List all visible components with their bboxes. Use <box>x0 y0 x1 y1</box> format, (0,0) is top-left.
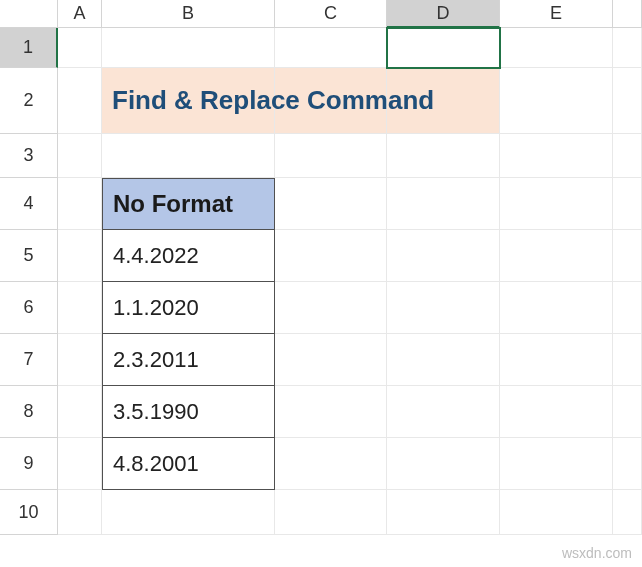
cell-D8[interactable] <box>387 386 500 438</box>
col-header-C[interactable]: C <box>275 0 387 28</box>
cell-A9[interactable] <box>58 438 102 490</box>
cell-A10[interactable] <box>58 490 102 535</box>
col-header-B[interactable]: B <box>102 0 275 28</box>
cell-D9[interactable] <box>387 438 500 490</box>
cell-A4[interactable] <box>58 178 102 230</box>
cell-C7[interactable] <box>275 334 387 386</box>
row-header-7[interactable]: 7 <box>0 334 58 386</box>
cell-A5[interactable] <box>58 230 102 282</box>
cell-B10[interactable] <box>102 490 275 535</box>
col-header-overflow <box>613 0 642 28</box>
cell-B9[interactable]: 4.8.2001 <box>102 438 275 490</box>
cell-D7[interactable] <box>387 334 500 386</box>
cell-A6[interactable] <box>58 282 102 334</box>
cell-E6[interactable] <box>500 282 613 334</box>
cell-E1[interactable] <box>500 28 613 68</box>
cell-overflow-5 <box>613 230 642 282</box>
cell-overflow-7 <box>613 334 642 386</box>
cell-B7[interactable]: 2.3.2011 <box>102 334 275 386</box>
cell-E5[interactable] <box>500 230 613 282</box>
cell-E7[interactable] <box>500 334 613 386</box>
cell-D3[interactable] <box>387 134 500 178</box>
cell-D5[interactable] <box>387 230 500 282</box>
cell-C9[interactable] <box>275 438 387 490</box>
cell-A2[interactable] <box>58 68 102 134</box>
cell-C6[interactable] <box>275 282 387 334</box>
cell-E2[interactable] <box>500 68 613 134</box>
cell-E8[interactable] <box>500 386 613 438</box>
cell-overflow-10 <box>613 490 642 535</box>
cell-B8[interactable]: 3.5.1990 <box>102 386 275 438</box>
cell-C3[interactable] <box>275 134 387 178</box>
cell-E9[interactable] <box>500 438 613 490</box>
row-header-5[interactable]: 5 <box>0 230 58 282</box>
table-header-cell[interactable]: No Format <box>102 178 275 230</box>
row-header-2[interactable]: 2 <box>0 68 58 134</box>
row-header-6[interactable]: 6 <box>0 282 58 334</box>
title-text: Find & Replace Command <box>112 85 434 116</box>
cell-overflow-1 <box>613 28 642 68</box>
select-all-corner[interactable] <box>0 0 58 28</box>
cell-E4[interactable] <box>500 178 613 230</box>
cell-A1[interactable] <box>58 28 102 68</box>
row-header-4[interactable]: 4 <box>0 178 58 230</box>
cell-A7[interactable] <box>58 334 102 386</box>
row-header-8[interactable]: 8 <box>0 386 58 438</box>
col-header-A[interactable]: A <box>58 0 102 28</box>
cell-C8[interactable] <box>275 386 387 438</box>
cell-D10[interactable] <box>387 490 500 535</box>
cell-B1[interactable] <box>102 28 275 68</box>
row-header-1[interactable]: 1 <box>0 28 58 68</box>
cell-E3[interactable] <box>500 134 613 178</box>
cell-A8[interactable] <box>58 386 102 438</box>
cell-E10[interactable] <box>500 490 613 535</box>
row-header-3[interactable]: 3 <box>0 134 58 178</box>
watermark: wsxdn.com <box>562 545 632 561</box>
cell-D1[interactable] <box>387 28 500 68</box>
cell-overflow-3 <box>613 134 642 178</box>
cell-overflow-8 <box>613 386 642 438</box>
cell-B2[interactable]: Find & Replace Command <box>102 68 275 134</box>
col-header-E[interactable]: E <box>500 0 613 28</box>
cell-B5[interactable]: 4.4.2022 <box>102 230 275 282</box>
cell-C5[interactable] <box>275 230 387 282</box>
spreadsheet-grid[interactable]: A B C D E 1 2 Find & Replace Command 3 4… <box>0 0 642 535</box>
cell-B3[interactable] <box>102 134 275 178</box>
row-header-10[interactable]: 10 <box>0 490 58 535</box>
cell-overflow-6 <box>613 282 642 334</box>
cell-overflow-9 <box>613 438 642 490</box>
row-header-9[interactable]: 9 <box>0 438 58 490</box>
col-header-D[interactable]: D <box>387 0 500 28</box>
cell-A3[interactable] <box>58 134 102 178</box>
cell-D4[interactable] <box>387 178 500 230</box>
cell-overflow-2 <box>613 68 642 134</box>
cell-C10[interactable] <box>275 490 387 535</box>
cell-C4[interactable] <box>275 178 387 230</box>
cell-C1[interactable] <box>275 28 387 68</box>
cell-overflow-4 <box>613 178 642 230</box>
cell-B6[interactable]: 1.1.2020 <box>102 282 275 334</box>
cell-D6[interactable] <box>387 282 500 334</box>
